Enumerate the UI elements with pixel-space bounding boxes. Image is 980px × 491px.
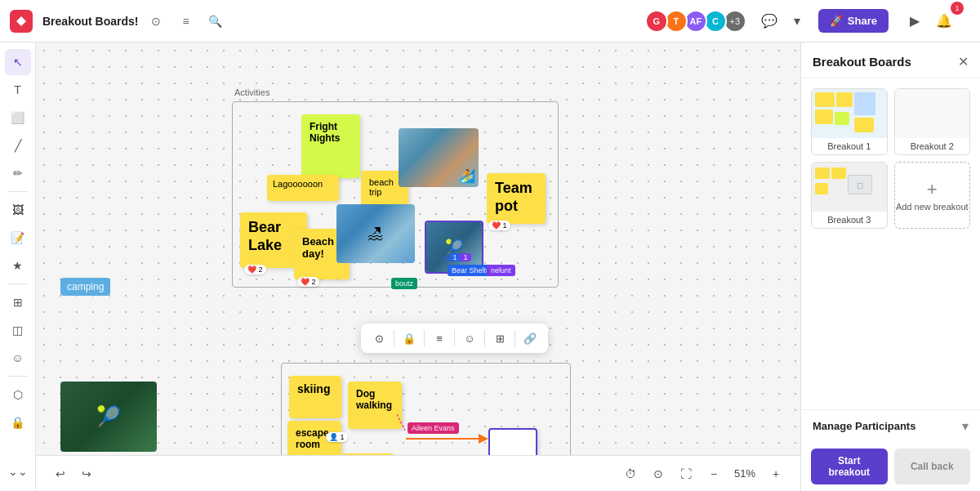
main-area: ↖ T ⬜ ╱ ✏ 🖼 📝 ★ ⊞ ◫ ☺ ⬡ 🔒 ⌄⌄ Activities … — [0, 42, 980, 491]
ft-lock2[interactable]: 🔗 — [519, 327, 541, 350]
chat-icon[interactable]: 💬 — [756, 8, 782, 34]
menu-icon[interactable]: ≡ — [174, 10, 197, 33]
ft-sep-5 — [514, 330, 515, 346]
zoom-out-button[interactable]: − — [702, 462, 725, 485]
focus-icon[interactable]: ⊙ — [647, 462, 670, 485]
manage-participants-section: Manage Participants ▾ Start breakout Cal… — [801, 409, 980, 491]
undo-button[interactable]: ↩ — [49, 462, 72, 485]
ft-circle[interactable]: ⊙ — [368, 327, 390, 350]
call-back-button[interactable]: Call back — [894, 449, 971, 484]
ft-sep-4 — [484, 330, 485, 346]
reaction-bear-lake: ❤️ 2 — [244, 265, 266, 275]
app-title: Breakout Boards! — [42, 15, 138, 28]
canvas-image-person[interactable]: 🎾 — [60, 382, 157, 452]
ft-lock[interactable]: 🔒 — [398, 327, 421, 350]
floating-toolbar: ⊙ 🔒 ≡ ☺ ⊞ 🔗 — [361, 324, 548, 353]
timer-icon[interactable]: ⏱ — [619, 462, 642, 485]
start-breakout-button[interactable]: Start breakout — [811, 449, 888, 484]
manage-participants-title: Manage Participants — [813, 420, 915, 432]
board-preview-1 — [812, 89, 887, 138]
avatar-group: G T AF C +3 — [648, 10, 746, 33]
topbar: Breakout Boards! ⊙ ≡ 🔍 G T AF C +3 💬 ▾ 🚀… — [0, 0, 980, 42]
left-toolbar: ↖ T ⬜ ╱ ✏ 🖼 📝 ★ ⊞ ◫ ☺ ⬡ 🔒 ⌄⌄ — [0, 42, 36, 491]
reaction-escape: 👤 1 — [326, 432, 348, 442]
ft-emoji[interactable]: ☺ — [458, 327, 481, 350]
activities-label: Activities — [234, 87, 270, 97]
manage-participants-header[interactable]: Manage Participants ▾ — [801, 410, 980, 442]
canvas-connector — [397, 414, 413, 435]
right-panel-close[interactable]: ✕ — [958, 54, 969, 69]
board-label-1: Breakout 1 — [812, 138, 887, 154]
board-thumb-2[interactable]: Breakout 2 — [894, 88, 971, 155]
canvas-image-2[interactable]: 🏖 — [336, 204, 415, 263]
reaction-team-pot: ❤️ 1 — [488, 221, 510, 230]
tool-lock[interactable]: 🔒 — [5, 409, 31, 435]
tool-text[interactable]: T — [5, 77, 31, 103]
tool-sticky[interactable]: 📝 — [5, 225, 31, 251]
sticky-dog-walking[interactable]: Dog walking — [348, 382, 402, 429]
avatar-dropdown[interactable]: ▾ — [789, 10, 805, 33]
toolbar-separator-3 — [8, 376, 28, 377]
canvas-area[interactable]: Activities Fright Nights Lagoooooon beac… — [36, 42, 800, 491]
tool-cursor[interactable]: ↖ — [5, 49, 31, 75]
tool-layers[interactable]: ◫ — [5, 317, 31, 343]
board-img-3: ◻ — [812, 163, 887, 212]
more-avatars[interactable]: +3 — [724, 10, 746, 33]
bottom-left-controls: ↩ ↪ — [49, 462, 98, 485]
ft-sep-3 — [454, 330, 455, 346]
notification-badge: 1 — [951, 2, 964, 15]
topbar-right-icons: ▶ 🔔 1 — [902, 8, 970, 34]
tool-plugin[interactable]: ⬡ — [5, 382, 31, 408]
toolbar-separator — [8, 191, 28, 192]
manage-chevron: ▾ — [962, 418, 969, 434]
reaction-beach-day: ❤️ 2 — [297, 277, 319, 287]
sticky-skiing[interactable]: skiing — [289, 376, 341, 418]
cursor-boutz: boutz — [391, 278, 417, 289]
cursor-nelunt: nelunt — [487, 265, 515, 276]
tool-expand[interactable]: ⌄⌄ — [5, 458, 31, 484]
tool-image[interactable]: 🖼 — [5, 197, 31, 223]
board-img-1 — [812, 89, 887, 138]
camping-tag[interactable]: camping — [60, 278, 110, 296]
zoom-in-button[interactable]: + — [764, 462, 787, 485]
canvas-arrow — [402, 431, 492, 447]
history-icon[interactable]: ⊙ — [145, 10, 167, 33]
bottom-bar: ↩ ↪ ⏱ ⊙ ⛶ − 51% + — [36, 455, 800, 491]
canvas-image-1[interactable]: 🏄 — [399, 128, 479, 187]
share-button[interactable]: 🚀 Share — [818, 9, 889, 33]
fullscreen-icon[interactable]: ⛶ — [675, 462, 697, 485]
toolbar-separator-2 — [8, 283, 28, 284]
ft-align[interactable]: ≡ — [428, 327, 451, 350]
tool-line[interactable]: ╱ — [5, 132, 31, 158]
sticky-team-pot[interactable]: Team pot — [487, 173, 546, 224]
svg-line-2 — [397, 414, 405, 431]
right-panel-header: Breakout Boards ✕ — [801, 42, 980, 78]
board-img-2 — [895, 89, 970, 138]
bottom-right-controls: ⏱ ⊙ ⛶ − 51% + — [619, 462, 787, 485]
notification-wrapper: 🔔 1 — [931, 8, 970, 34]
avatar-c: C — [704, 10, 727, 33]
manage-actions: Start breakout Call back — [801, 442, 980, 491]
ft-sep-1 — [394, 330, 394, 346]
tool-emoji[interactable]: ☺ — [5, 345, 31, 371]
cursor-num-2: 1 — [460, 253, 471, 261]
tool-rect[interactable]: ⬜ — [5, 105, 31, 131]
redo-button[interactable]: ↪ — [75, 462, 98, 485]
sticky-lagoooooon[interactable]: Lagoooooon — [267, 175, 339, 201]
boards-grid: Breakout 1 Breakout 2 ◻ Breakou — [801, 78, 980, 239]
ft-table[interactable]: ⊞ — [488, 327, 511, 350]
board-thumb-1[interactable]: Breakout 1 — [811, 88, 888, 155]
zoom-level: 51% — [730, 467, 760, 480]
present-icon[interactable]: ▶ — [902, 8, 928, 34]
board-thumb-3[interactable]: ◻ Breakout 3 — [811, 162, 888, 229]
right-panel: Breakout Boards ✕ Breakout 1 — [800, 42, 980, 491]
search-icon[interactable]: 🔍 — [203, 10, 226, 33]
tool-pen[interactable]: ✏ — [5, 160, 31, 186]
tool-grid[interactable]: ⊞ — [5, 289, 31, 315]
tool-star[interactable]: ★ — [5, 252, 31, 279]
sticky-fright-nights[interactable]: Fright Nights — [301, 114, 360, 178]
add-breakout-button[interactable]: + Add new breakout — [894, 162, 971, 229]
avatar-t: T — [665, 10, 688, 33]
ft-sep-2 — [424, 330, 425, 346]
right-panel-title: Breakout Boards — [813, 55, 911, 69]
